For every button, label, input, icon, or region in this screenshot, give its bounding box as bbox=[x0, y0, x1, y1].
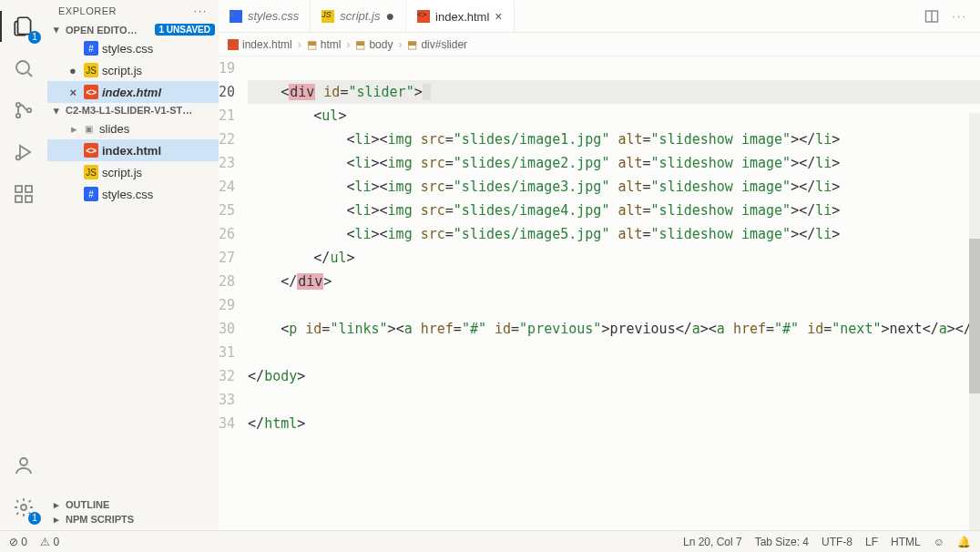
chevron-right-icon: ▸ bbox=[51, 514, 62, 525]
tab-script-js[interactable]: JS script.js ● bbox=[311, 0, 406, 32]
dirty-dot-icon: ● bbox=[385, 9, 394, 24]
feedback-icon[interactable]: ☺ bbox=[934, 536, 944, 548]
breadcrumb: <>index.html › ⬒html › ⬒body › ⬒div#slid… bbox=[219, 33, 980, 56]
code-content[interactable]: <div id="slider"> <ul> <li><img src="sli… bbox=[248, 56, 980, 530]
open-editor-item[interactable]: # styles.css bbox=[47, 37, 219, 59]
tree-file[interactable]: JS script.js bbox=[47, 161, 219, 183]
svg-rect-7 bbox=[26, 196, 32, 202]
code-editor[interactable]: 19202122232425262728293031323334 <div id… bbox=[219, 56, 980, 530]
folder-tree: ▸ ▣ slides <> index.html JS script.js # … bbox=[47, 118, 219, 205]
svg-point-9 bbox=[20, 458, 27, 465]
tag-icon: ⬒ bbox=[307, 38, 317, 51]
html-file-icon: <> bbox=[84, 143, 98, 158]
activity-bar: 1 1 bbox=[0, 0, 47, 530]
tree-file[interactable]: <> index.html bbox=[47, 139, 219, 161]
open-editors-header[interactable]: ▾ OPEN EDITO… 1 UNSAVED bbox=[47, 22, 219, 37]
open-editor-item[interactable]: × <> index.html bbox=[47, 81, 219, 103]
editor-group: # styles.css JS script.js ● <> index.htm… bbox=[219, 0, 980, 530]
chevron-down-icon: ▾ bbox=[51, 25, 62, 36]
git-icon[interactable] bbox=[5, 91, 43, 129]
debug-icon[interactable] bbox=[5, 133, 43, 171]
svg-point-10 bbox=[21, 505, 26, 510]
js-file-icon: JS bbox=[322, 10, 334, 23]
chevron-right-icon: › bbox=[398, 38, 402, 51]
bell-icon[interactable]: 🔔 bbox=[957, 536, 971, 548]
outline-header[interactable]: ▸ OUTLINE bbox=[47, 497, 219, 512]
chevron-right-icon: ▸ bbox=[71, 122, 77, 136]
status-bar: ⊘ 0 ⚠ 0 Ln 20, Col 7 Tab Size: 4 UTF-8 L… bbox=[0, 530, 980, 552]
explorer-title: EXPLORER bbox=[58, 5, 117, 16]
folder-icon: ▣ bbox=[81, 121, 96, 136]
folder-header[interactable]: ▾ C2-M3-L1-SLIDER-V1-ST… bbox=[47, 103, 219, 118]
html-file-icon: <> bbox=[84, 85, 98, 99]
search-icon[interactable] bbox=[5, 49, 43, 87]
explorer-sidebar: EXPLORER ··· ▾ OPEN EDITO… 1 UNSAVED # s… bbox=[47, 0, 219, 530]
tab-index-html[interactable]: <> index.html × bbox=[406, 0, 514, 32]
close-icon[interactable]: × bbox=[66, 86, 80, 99]
breadcrumb-item[interactable]: ⬒body bbox=[355, 38, 393, 51]
minimap-thumb[interactable] bbox=[969, 239, 980, 394]
tab-size[interactable]: Tab Size: 4 bbox=[755, 536, 809, 548]
tree-file[interactable]: # styles.css bbox=[47, 183, 219, 205]
tree-folder[interactable]: ▸ ▣ slides bbox=[47, 118, 219, 139]
tabs-bar: # styles.css JS script.js ● <> index.htm… bbox=[219, 0, 980, 33]
breadcrumb-item[interactable]: <>index.html bbox=[228, 38, 292, 51]
account-icon[interactable] bbox=[5, 446, 43, 485]
npm-scripts-header[interactable]: ▸ NPM SCRIPTS bbox=[47, 512, 219, 526]
css-file-icon: # bbox=[84, 187, 98, 201]
warnings-count[interactable]: ⚠ 0 bbox=[40, 536, 59, 548]
more-icon[interactable]: ··· bbox=[952, 9, 967, 24]
files-icon[interactable]: 1 bbox=[5, 7, 43, 46]
dirty-dot-icon: ● bbox=[66, 64, 80, 77]
svg-rect-5 bbox=[15, 186, 22, 192]
unsaved-badge: 1 UNSAVED bbox=[155, 24, 216, 36]
svg-rect-8 bbox=[26, 186, 32, 192]
svg-rect-6 bbox=[15, 196, 22, 202]
gear-badge: 1 bbox=[28, 512, 41, 525]
line-number-gutter: 19202122232425262728293031323334 bbox=[219, 56, 248, 530]
chevron-right-icon: ▸ bbox=[51, 499, 62, 510]
css-file-icon: # bbox=[230, 10, 242, 23]
js-file-icon: JS bbox=[84, 165, 98, 179]
eol[interactable]: LF bbox=[865, 536, 878, 548]
chevron-right-icon: › bbox=[346, 38, 350, 51]
html-file-icon: <> bbox=[228, 39, 239, 50]
files-badge: 1 bbox=[28, 31, 41, 44]
gear-icon[interactable]: 1 bbox=[5, 488, 43, 526]
open-editors-list: # styles.css ● JS script.js × <> index.h… bbox=[47, 37, 219, 103]
close-icon[interactable]: × bbox=[495, 9, 502, 24]
chevron-right-icon: › bbox=[298, 38, 301, 51]
cursor-position[interactable]: Ln 20, Col 7 bbox=[683, 536, 742, 548]
svg-point-4 bbox=[16, 156, 21, 160]
language-mode[interactable]: HTML bbox=[891, 536, 921, 548]
chevron-down-icon: ▾ bbox=[51, 105, 62, 116]
open-editor-item[interactable]: ● JS script.js bbox=[47, 59, 219, 81]
tag-icon: ⬒ bbox=[355, 38, 365, 51]
svg-point-3 bbox=[27, 108, 31, 112]
breadcrumb-item[interactable]: ⬒html bbox=[307, 38, 342, 51]
tab-styles-css[interactable]: # styles.css bbox=[219, 0, 311, 32]
encoding[interactable]: UTF-8 bbox=[822, 536, 852, 548]
more-icon[interactable]: ··· bbox=[194, 5, 208, 16]
svg-point-2 bbox=[16, 114, 20, 118]
tag-icon: ⬒ bbox=[407, 38, 417, 51]
breadcrumb-item[interactable]: ⬒div#slider bbox=[407, 38, 467, 51]
svg-point-1 bbox=[16, 103, 20, 107]
js-file-icon: JS bbox=[84, 63, 98, 77]
errors-count[interactable]: ⊘ 0 bbox=[9, 536, 27, 548]
extensions-icon[interactable] bbox=[5, 175, 43, 213]
split-editor-icon[interactable] bbox=[924, 9, 939, 24]
html-file-icon: <> bbox=[417, 10, 430, 23]
svg-point-0 bbox=[16, 61, 29, 74]
css-file-icon: # bbox=[84, 41, 98, 56]
